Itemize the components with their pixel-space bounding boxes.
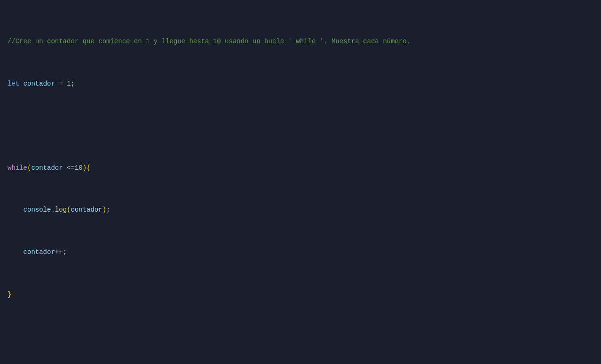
code-line-6: contador++; (8, 247, 593, 257)
code-editor: //Cree un contador que comience en 1 y l… (0, 0, 601, 364)
keyword-token: let (8, 80, 19, 87)
code-line-8 (8, 331, 593, 341)
console-token: console (24, 206, 51, 214)
code-line-1: //Cree un contador que comience en 1 y l… (8, 36, 593, 47)
keyword-while-token: while (8, 164, 27, 172)
comment-token: //Cree un contador que comience en 1 y l… (8, 38, 411, 45)
code-line-5: console.log(contador); (8, 205, 593, 215)
code-line-7: } (8, 289, 593, 300)
code-line-2: let contador = 1; (8, 79, 593, 89)
code-line-3 (8, 120, 593, 131)
code-line-4: while(contador <=10){ (8, 163, 593, 173)
variable-token: contador (24, 80, 55, 87)
log-token: log (55, 206, 67, 214)
